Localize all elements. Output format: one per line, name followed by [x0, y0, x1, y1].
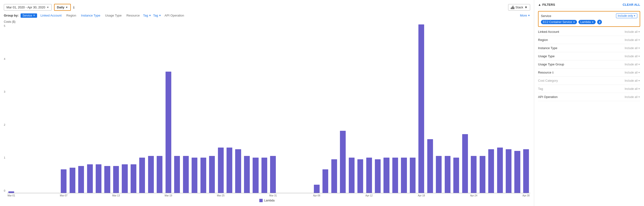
group-link-resource[interactable]: Resource	[125, 13, 141, 18]
bar[interactable]	[104, 166, 110, 193]
bar[interactable]	[87, 164, 93, 193]
bar[interactable]	[61, 169, 66, 193]
lambda-tag[interactable]: Lambda ✕	[578, 20, 596, 24]
more-button[interactable]: More ▼	[520, 14, 530, 17]
filter-label-resource: Resourceℹ	[538, 71, 554, 74]
include-dropdown-cost-category[interactable]: Include all ▼	[624, 79, 640, 82]
top-bar: Mar 01, 2020 - Apr 30, 2020 ▼ Daily ▼ ℹ …	[4, 4, 530, 11]
include-dropdown-tag[interactable]: Include all ▼	[624, 87, 640, 91]
stack-button[interactable]: Stack ▼	[508, 4, 530, 11]
bar[interactable]	[130, 164, 136, 193]
bar[interactable]	[96, 164, 102, 193]
bar[interactable]	[314, 185, 320, 193]
bar[interactable]	[322, 169, 328, 193]
bar[interactable]	[78, 166, 84, 193]
cost-category-dropdown[interactable]: Tag ▼	[143, 14, 151, 17]
group-tag-close[interactable]: ✕	[33, 14, 35, 17]
filter-control-api-operation: Include all ▼	[624, 95, 640, 99]
bar[interactable]	[340, 131, 346, 193]
group-link-usage-type[interactable]: Usage Type	[104, 13, 123, 18]
bar-col	[321, 25, 330, 193]
ec2-tag-close[interactable]: ✕	[573, 21, 575, 24]
filter-row-region: RegionInclude all ▼	[538, 36, 640, 44]
bar[interactable]	[235, 149, 241, 193]
bar[interactable]	[366, 158, 372, 193]
bar[interactable]	[270, 156, 276, 193]
bar[interactable]	[418, 25, 424, 193]
bar[interactable]	[218, 147, 224, 193]
bar[interactable]	[445, 156, 450, 193]
bar[interactable]	[506, 149, 512, 193]
bar[interactable]	[427, 139, 433, 193]
group-link-linked-account[interactable]: Linked Account	[39, 13, 63, 18]
service-filter-row: Service Include only ▼ EC2 Container Ser…	[538, 11, 640, 27]
granularity-button[interactable]: Daily ▼	[54, 4, 71, 11]
bar[interactable]	[122, 164, 128, 193]
lambda-tag-close[interactable]: ✕	[592, 21, 594, 24]
bar[interactable]	[209, 156, 215, 193]
bar[interactable]	[410, 158, 416, 193]
bar[interactable]	[462, 134, 468, 193]
bar[interactable]	[471, 156, 476, 193]
bar[interactable]	[349, 158, 354, 193]
bar[interactable]	[488, 149, 494, 193]
bar[interactable]	[262, 158, 267, 193]
bar-col	[365, 25, 373, 193]
group-by-service-tag[interactable]: Service ✕	[20, 14, 37, 18]
bar[interactable]	[358, 159, 363, 193]
bar[interactable]	[392, 158, 398, 193]
tag-arrow: ▼	[159, 14, 161, 17]
bar[interactable]	[226, 147, 232, 193]
x-label	[391, 194, 399, 197]
service-include-dropdown[interactable]: Include only ▼	[616, 14, 637, 18]
bar[interactable]	[157, 156, 162, 193]
bar[interactable]	[139, 158, 145, 193]
include-dropdown-region[interactable]: Include all ▼	[624, 38, 640, 42]
bar[interactable]	[252, 158, 258, 193]
bar[interactable]	[200, 158, 206, 193]
include-dropdown-linked-account[interactable]: Include all ▼	[624, 30, 640, 34]
x-label: Mar-07	[60, 194, 68, 197]
bar[interactable]	[70, 168, 75, 193]
y-tick-0: 0	[4, 189, 5, 192]
bar[interactable]	[497, 147, 503, 193]
x-label	[156, 194, 164, 197]
include-label: Include all	[624, 95, 638, 99]
include-label: Include all	[624, 38, 638, 42]
ec2-container-service-tag[interactable]: EC2 Container Service ✕	[541, 20, 577, 24]
include-dropdown-usage-type-group[interactable]: Include all ▼	[624, 63, 640, 66]
bar[interactable]	[244, 156, 250, 193]
group-link-region[interactable]: Region	[65, 13, 78, 18]
group-link-instance-type[interactable]: Instance Type	[80, 13, 102, 18]
bar[interactable]	[331, 159, 337, 193]
bar[interactable]	[148, 156, 154, 193]
stack-arrow: ▼	[524, 6, 528, 9]
include-dropdown-api-operation[interactable]: Include all ▼	[624, 95, 640, 99]
bar[interactable]	[183, 156, 189, 193]
bar-col	[164, 25, 172, 193]
bar[interactable]	[436, 156, 442, 193]
group-link-api-operation[interactable]: API Operation	[163, 13, 186, 18]
info-icon[interactable]: ℹ	[73, 6, 74, 9]
resource-info-icon[interactable]: ℹ	[552, 71, 554, 74]
include-dropdown-usage-type[interactable]: Include all ▼	[624, 55, 640, 58]
include-dropdown-resource[interactable]: Include all ▼	[624, 71, 640, 74]
bar[interactable]	[523, 149, 529, 193]
bar[interactable]	[174, 156, 180, 193]
bar[interactable]	[453, 158, 459, 193]
bar[interactable]	[375, 159, 380, 193]
date-picker[interactable]: Mar 01, 2020 - Apr 30, 2020 ▼	[4, 4, 52, 11]
include-dropdown-instance-type[interactable]: Include all ▼	[624, 47, 640, 50]
bar[interactable]	[480, 156, 486, 193]
main-content: Mar 01, 2020 - Apr 30, 2020 ▼ Daily ▼ ℹ …	[0, 0, 534, 206]
bar[interactable]	[192, 158, 197, 193]
bar[interactable]	[113, 166, 119, 193]
bar[interactable]	[401, 158, 407, 193]
x-label	[86, 194, 94, 197]
bar[interactable]	[514, 151, 520, 193]
clear-all-button[interactable]: CLEAR ALL	[623, 3, 640, 7]
bar[interactable]	[166, 72, 171, 193]
tag-dropdown[interactable]: Tag ▼	[153, 14, 161, 17]
bar-col	[216, 25, 225, 193]
bar[interactable]	[384, 158, 389, 193]
